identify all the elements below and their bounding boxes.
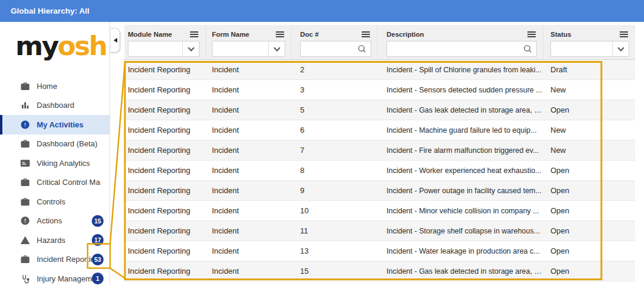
sidebar-item[interactable]: Dashboard [0, 96, 110, 116]
sidebar-item-label: Dashboard (Beta) [37, 139, 98, 148]
column-filter-input[interactable] [387, 41, 537, 57]
cell-module-name: Incident Reporting [124, 105, 206, 114]
sidebar-item[interactable]: Home [0, 76, 110, 96]
cell-module-name: Incident Reporting [124, 166, 206, 175]
cell-doc-number: 11 [292, 226, 378, 235]
count-badge: 15 [92, 215, 104, 227]
sidebar-nav: Home Dashboard My Activities Dashboard (… [0, 76, 110, 285]
table-row[interactable]: Incident Reporting Incident 9 Incident -… [124, 181, 635, 201]
column-menu-icon[interactable] [620, 31, 628, 37]
column-filter-input[interactable] [128, 41, 199, 57]
callout-line-bottom [110, 268, 126, 280]
cell-form-name: Incident [206, 226, 292, 235]
cell-status: Open [543, 206, 635, 215]
cell-description: Incident - Fire alarm malfunction trigge… [378, 146, 543, 155]
sidebar: myosh Home Dashboard My Activities [0, 22, 110, 285]
table-row[interactable]: Incident Reporting Incident 6 Incident -… [124, 120, 635, 140]
sidebar-item-label: Injury Management [37, 274, 101, 283]
cell-form-name: Incident [206, 246, 292, 255]
sidebar-item[interactable]: Actions 15 [0, 212, 110, 231]
global-hierarchy-label[interactable]: Global Hierarchy: All [0, 7, 89, 15]
briefcase-icon [20, 81, 30, 91]
table-header-cell: Module Name [124, 25, 206, 59]
sidebar-item[interactable]: Dashboard (Beta) [0, 135, 110, 154]
chevron-down-icon [617, 44, 624, 51]
cell-description: Incident - Storage shelf collapse in war… [378, 227, 543, 235]
chevron-down-icon [188, 44, 194, 51]
sidebar-item[interactable]: Injury Management 1 [0, 269, 110, 285]
cell-doc-number: 5 [292, 105, 378, 114]
table-row[interactable]: Incident Reporting Incident 10 Incident … [124, 201, 635, 221]
table-row[interactable]: Incident Reporting Incident 8 Incident -… [124, 161, 635, 181]
cell-description: Incident - Power outage in facility caus… [378, 187, 543, 195]
table-row[interactable]: Incident Reporting Incident 13 Incident … [124, 241, 635, 261]
column-filter-input[interactable] [212, 41, 285, 57]
cell-status: Open [543, 246, 635, 255]
filter-dropdown-toggle[interactable] [612, 41, 629, 56]
count-badge: 17 [92, 234, 104, 246]
sidebar-item-label: Critical Control Manage... [37, 178, 101, 187]
briefcase-icon [20, 254, 30, 264]
sidebar-item[interactable]: Viking Analytics [0, 153, 110, 173]
filter-dropdown-toggle[interactable] [268, 41, 285, 56]
sidebar-item[interactable]: Controls [0, 192, 110, 212]
cell-status: Draft [543, 65, 635, 74]
cell-module-name: Incident Reporting [124, 267, 206, 276]
table-header-cell: Doc # [292, 25, 378, 59]
myosh-logo: myosh [0, 22, 110, 61]
cell-doc-number: 9 [292, 186, 378, 195]
cell-module-name: Incident Reporting [124, 126, 206, 135]
filter-dropdown-toggle[interactable] [182, 41, 199, 56]
sidebar-item[interactable]: My Activities [0, 115, 110, 135]
cell-description: Incident - Machine guard failure led to … [378, 126, 543, 135]
sidebar-item[interactable]: Incident Reporting 53 [0, 250, 110, 270]
sidebar-item[interactable]: Critical Control Manage... [0, 173, 110, 193]
warning-triangle-icon [20, 235, 30, 245]
cell-status: New [543, 126, 635, 135]
table-row[interactable]: Incident Reporting Incident 2 Incident -… [124, 60, 635, 80]
count-badge: 53 [92, 254, 104, 265]
chevron-down-icon [273, 44, 280, 51]
filter-search-icon[interactable] [358, 44, 366, 53]
column-filter-input[interactable] [300, 41, 371, 57]
column-menu-icon[interactable] [362, 31, 370, 37]
logo-part-osh: osh [57, 30, 106, 62]
column-label: Doc # [300, 31, 318, 38]
table-row[interactable]: Incident Reporting Incident 7 Incident -… [124, 140, 635, 161]
cell-description: Incident - Sensors detected sudden press… [378, 86, 543, 94]
sidebar-item[interactable]: Hazards 17 [0, 230, 110, 250]
cell-form-name: Incident [206, 267, 292, 276]
table-header-row: Module Name Form Name [124, 25, 635, 60]
count-badge: 1 [92, 273, 104, 284]
cell-description: Incident - Spill of Chlorine granules fr… [378, 66, 543, 74]
cell-doc-number: 13 [292, 246, 378, 255]
cell-doc-number: 7 [292, 146, 378, 155]
cell-form-name: Incident [206, 85, 292, 94]
cell-form-name: Incident [206, 65, 292, 74]
cell-status: Open [543, 226, 635, 235]
column-menu-icon[interactable] [190, 31, 198, 37]
cell-status: New [543, 85, 635, 94]
table-row[interactable]: Incident Reporting Incident 11 Incident … [124, 221, 635, 241]
sidebar-item-label: Incident Reporting [37, 255, 99, 264]
cell-status: Open [543, 166, 635, 175]
filter-search-icon[interactable] [523, 44, 532, 53]
table-row[interactable]: Incident Reporting Incident 5 Incident -… [124, 100, 635, 120]
table-row[interactable]: Incident Reporting Incident 15 Incident … [124, 261, 635, 281]
column-menu-icon[interactable] [276, 31, 284, 37]
sidebar-collapse-button[interactable] [110, 28, 120, 53]
briefcase-icon [20, 177, 30, 187]
table-header-cell: Description [378, 25, 543, 59]
cell-description: Incident - Minor vehicle collision in co… [378, 207, 543, 215]
column-menu-icon[interactable] [527, 31, 536, 37]
table-body: Incident Reporting Incident 2 Incident -… [124, 60, 635, 281]
table-row[interactable]: Incident Reporting Incident 3 Incident -… [124, 80, 635, 100]
alert-circle-icon [20, 216, 30, 226]
column-filter-input[interactable] [550, 41, 629, 57]
cell-form-name: Incident [206, 166, 292, 175]
table-header-cell: Status [543, 25, 635, 59]
card-icon [20, 158, 30, 168]
column-label: Form Name [212, 31, 249, 38]
cell-form-name: Incident [206, 186, 292, 195]
collapse-left-icon [114, 38, 117, 43]
